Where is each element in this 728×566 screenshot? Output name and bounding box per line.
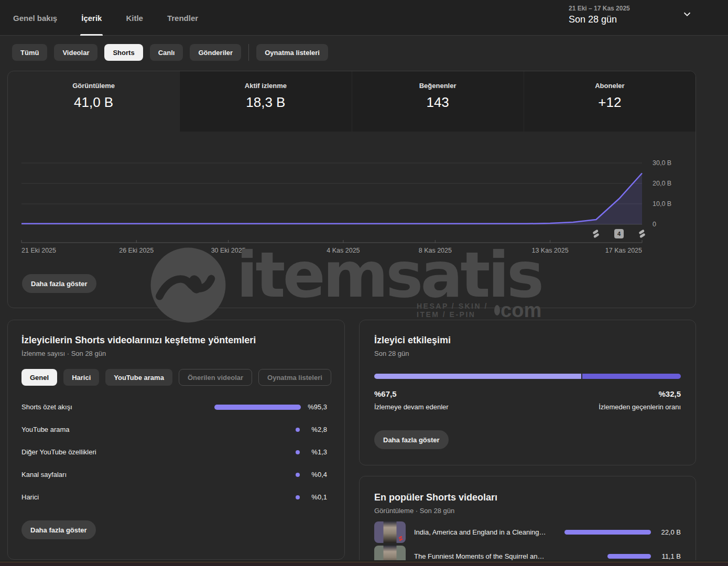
source-percent: %0,1 bbox=[301, 493, 327, 501]
published-count-badge[interactable]: 4 bbox=[614, 229, 624, 238]
top-videos-list: India, America and England in a Cleaning… bbox=[374, 521, 681, 566]
chip-oynatma-listeleri[interactable]: Oynatma listeleri bbox=[256, 44, 328, 61]
discovery-row[interactable]: Harici %0,1 bbox=[21, 486, 327, 508]
engagement-split-bar bbox=[374, 374, 681, 379]
source-bar bbox=[296, 450, 300, 454]
svg-text:10,0 B: 10,0 B bbox=[653, 200, 671, 208]
date-range-selector[interactable]: 21 Eki – 17 Kas 2025 Son 28 gün bbox=[569, 5, 630, 25]
card-subtitle: Görüntüleme · Son 28 gün bbox=[374, 507, 681, 515]
chevron-down-icon[interactable] bbox=[681, 8, 693, 22]
viewer-engagement-card: İzleyici etkileşimi Son 28 gün %67,5 İzl… bbox=[359, 320, 696, 465]
svg-text:30 Eki 2025: 30 Eki 2025 bbox=[211, 247, 246, 254]
metric-label: Görüntüleme bbox=[8, 82, 179, 90]
svg-text:13 Kas 2025: 13 Kas 2025 bbox=[531, 247, 568, 254]
source-label: Diğer YouTube özellikleri bbox=[21, 448, 212, 456]
metric-tab-goruntuleme[interactable]: Görüntüleme 41,0 B bbox=[8, 71, 179, 132]
svg-text:20,0 B: 20,0 B bbox=[653, 180, 671, 187]
date-range-text: 21 Eki – 17 Kas 2025 bbox=[569, 5, 630, 12]
metric-value: 41,0 B bbox=[8, 94, 179, 111]
video-views-value: 11,1 B bbox=[652, 552, 681, 560]
thumbnail-image bbox=[384, 521, 397, 543]
shorts-red-icon bbox=[398, 536, 404, 541]
tab-trendler[interactable]: Trendler bbox=[167, 0, 198, 36]
video-thumbnail bbox=[374, 521, 406, 543]
engagement-left-label: İzlemeye devam edenler bbox=[374, 403, 449, 411]
overview-analytics-card: Görüntüleme 41,0 B Aktif izlenme 18,3 B … bbox=[7, 71, 696, 308]
shorts-publish-marker[interactable] bbox=[591, 229, 601, 238]
chip-videolar[interactable]: Videolar bbox=[54, 44, 97, 61]
source-bar bbox=[296, 495, 300, 499]
video-title: India, America and England in a Cleaning… bbox=[414, 528, 560, 536]
metric-tab-begenenler[interactable]: Beğenenler 143 bbox=[352, 71, 524, 132]
video-views-bar bbox=[607, 554, 651, 559]
engagement-right-percent: %32,5 bbox=[599, 389, 681, 398]
engagement-left-percent: %67,5 bbox=[374, 389, 449, 398]
chips-divider bbox=[248, 44, 249, 61]
chip-genel[interactable]: Genel bbox=[21, 369, 57, 386]
metric-tab-aboneler[interactable]: Aboneler +12 bbox=[524, 71, 696, 132]
discovery-row[interactable]: Shorts özet akışı %95,3 bbox=[21, 396, 327, 418]
svg-text:17 Kas 2025: 17 Kas 2025 bbox=[605, 247, 642, 254]
show-more-button[interactable]: Daha fazla göster bbox=[21, 520, 96, 539]
card-subtitle: İzlenme sayısı · Son 28 gün bbox=[21, 350, 327, 357]
top-shorts-card: En popüler Shorts videoları Görüntüleme … bbox=[359, 476, 696, 566]
metric-label: Aktif izlenme bbox=[180, 82, 351, 90]
chip-tumu[interactable]: Tümü bbox=[12, 44, 47, 61]
content-filter-chips: Tümü Videolar Shorts Canlı Gönderiler Oy… bbox=[12, 44, 328, 61]
chip-gonderiler[interactable]: Gönderiler bbox=[190, 44, 241, 61]
engagement-bar-left bbox=[374, 374, 581, 379]
discovery-row[interactable]: YouTube arama %2,8 bbox=[21, 418, 327, 441]
card-title: İzleyici etkileşimi bbox=[374, 335, 681, 346]
source-bar bbox=[296, 428, 300, 432]
svg-text:26 Eki 2025: 26 Eki 2025 bbox=[119, 247, 154, 254]
source-label: Harici bbox=[21, 493, 212, 501]
shorts-publish-marker[interactable] bbox=[637, 229, 647, 238]
source-label: Kanal sayfaları bbox=[21, 471, 212, 478]
views-chart-area: 30,0 B20,0 B10,0 B021 Eki 202526 Eki 202… bbox=[8, 132, 696, 257]
card-title: En popüler Shorts videoları bbox=[374, 492, 681, 503]
discovery-row[interactable]: Kanal sayfaları %0,4 bbox=[21, 463, 327, 486]
source-label: YouTube arama bbox=[21, 426, 212, 433]
video-row[interactable]: India, America and England in a Cleaning… bbox=[374, 521, 681, 543]
engagement-stats: %67,5 İzlemeye devam edenler %32,5 İzlem… bbox=[374, 389, 681, 411]
chip-oynatma-listeleri-disc[interactable]: Oynatma listeleri bbox=[258, 369, 331, 386]
video-views-value: 22,0 B bbox=[652, 528, 681, 536]
tab-icerik[interactable]: İçerik bbox=[81, 0, 102, 36]
svg-text:0: 0 bbox=[653, 221, 656, 228]
metric-label: Aboneler bbox=[524, 82, 696, 90]
discovery-row[interactable]: Diğer YouTube özellikleri %1,3 bbox=[21, 441, 327, 463]
chip-shorts[interactable]: Shorts bbox=[104, 44, 143, 61]
chip-harici[interactable]: Harici bbox=[63, 369, 99, 386]
show-more-button[interactable]: Daha fazla göster bbox=[374, 430, 449, 449]
shorts-discovery-card: İzleyicilerin Shorts videolarınızı keşfe… bbox=[7, 320, 345, 560]
svg-text:30,0 B: 30,0 B bbox=[653, 159, 671, 167]
svg-text:4 Kas 2025: 4 Kas 2025 bbox=[327, 247, 360, 254]
metric-value: +12 bbox=[524, 94, 696, 111]
source-percent: %95,3 bbox=[301, 403, 327, 411]
tab-genel-bakis[interactable]: Genel bakış bbox=[13, 0, 57, 36]
chip-onerilen-videolar[interactable]: Önerilen videolar bbox=[179, 369, 252, 386]
source-bar bbox=[214, 405, 301, 410]
video-title: The Funniest Moments of the Squirrel an… bbox=[414, 552, 560, 560]
metric-tab-aktif-izlenme[interactable]: Aktif izlenme 18,3 B bbox=[179, 71, 351, 132]
source-bar bbox=[296, 473, 300, 477]
discovery-source-list: Shorts özet akışı %95,3 YouTube arama %2… bbox=[21, 396, 327, 508]
analytics-top-bar: Genel bakış İçerik Kitle Trendler 21 Eki… bbox=[0, 0, 728, 36]
tab-kitle[interactable]: Kitle bbox=[126, 0, 143, 36]
card-subtitle: Son 28 gün bbox=[374, 350, 681, 357]
engagement-bar-right bbox=[582, 374, 681, 379]
metric-tabs: Görüntüleme 41,0 B Aktif izlenme 18,3 B … bbox=[8, 71, 696, 132]
shorts-icon bbox=[591, 229, 601, 238]
discovery-filter-chips: Genel Harici YouTube arama Önerilen vide… bbox=[21, 369, 327, 386]
page-bottom-strip bbox=[0, 560, 728, 566]
metric-label: Beğenenler bbox=[352, 82, 524, 90]
chip-canli[interactable]: Canlı bbox=[150, 44, 183, 61]
source-percent: %2,8 bbox=[301, 426, 327, 433]
source-percent: %0,4 bbox=[301, 471, 327, 478]
svg-text:8 Kas 2025: 8 Kas 2025 bbox=[419, 247, 452, 254]
youtube-studio-analytics-page: Genel bakış İçerik Kitle Trendler 21 Eki… bbox=[0, 0, 728, 566]
chip-youtube-arama[interactable]: YouTube arama bbox=[105, 369, 172, 386]
show-more-button[interactable]: Daha fazla göster bbox=[22, 274, 96, 293]
date-preset-text: Son 28 gün bbox=[569, 14, 630, 25]
engagement-right-label: İzlemeden geçenlerin oranı bbox=[599, 403, 681, 411]
